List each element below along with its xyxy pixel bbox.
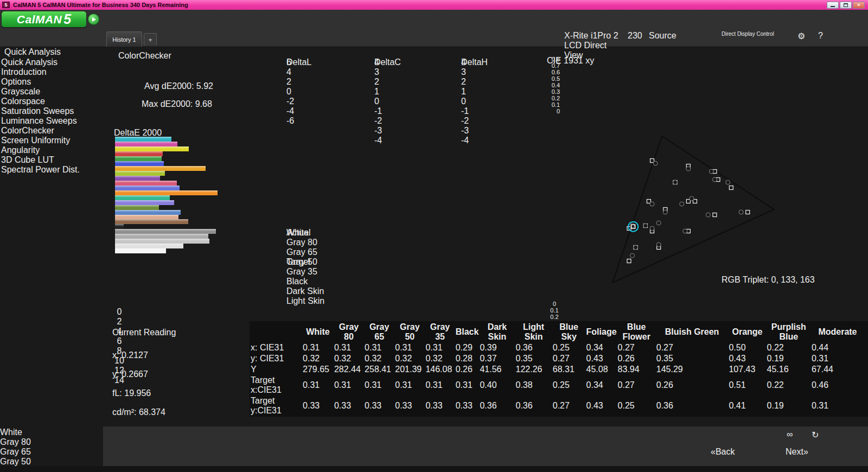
table-cell: 0.38 [516, 375, 552, 395]
sidebar-item-grayscale[interactable]: Grayscale [1, 87, 101, 97]
cie-measured-point [653, 161, 658, 165]
cie-measured-point [673, 180, 678, 184]
sidebar-item-colorchecker[interactable]: ColorChecker [1, 126, 101, 136]
logo-arrow-button[interactable] [88, 14, 99, 25]
col-header-orange: Orange [729, 322, 765, 342]
deltac-chart: DeltaC 43210-1-2-3-4 [374, 58, 447, 237]
table-cell: 0.27 [618, 343, 655, 353]
table-cell: 0.37 [480, 354, 514, 363]
results-table: WhiteGray 80Gray 65Gray 50Gray 35BlackDa… [250, 321, 865, 417]
table-cell: 0.27 [618, 375, 655, 395]
play-button[interactable] [737, 430, 758, 444]
chevron-right-icon: » [803, 447, 808, 456]
table-corner [251, 322, 302, 342]
bookmark-button[interactable] [762, 430, 783, 444]
cie-target-point [729, 186, 733, 190]
main-content: ColorChecker Avg dE2000: 5.92 Max dE2000… [103, 30, 868, 426]
sidebar-item-introduction[interactable]: Introduction [1, 67, 101, 77]
bar-red [115, 151, 163, 156]
table-cell: 68.31 [553, 365, 585, 374]
sidebar-item-spectral-power-dist[interactable]: Spectral Power Dist. [1, 165, 101, 175]
refresh-icon: ↻ [812, 430, 819, 439]
col-header-blue-sky: Blue Sky [553, 322, 585, 342]
close-button[interactable]: × [853, 2, 865, 9]
table-cell: 0.46 [812, 375, 864, 395]
sidebar-item-saturation-sweeps[interactable]: Saturation Sweeps [1, 106, 101, 116]
col-header-gray-80: Gray 80 [334, 322, 363, 342]
continuous-button[interactable]: ∞ [787, 430, 808, 444]
col-header-gray-65: Gray 65 [365, 322, 394, 342]
gamut-triangle [612, 136, 774, 283]
table-cell: 0.28 [456, 354, 479, 363]
refresh-button[interactable]: ↻ [812, 430, 833, 444]
table-cell: 0.27 [553, 396, 585, 416]
table-cell: 0.31 [395, 343, 424, 353]
titlebar: 5 CalMAN 5 CalMAN Ultimate for Business … [0, 0, 868, 10]
table-cell: 0.36 [516, 343, 552, 353]
sidebar: Quick Analysis Quick Analysis Introducti… [0, 30, 103, 467]
table-cell: 0.31 [365, 343, 394, 353]
maximize-button[interactable] [840, 2, 852, 9]
table-scrollbar[interactable] [250, 417, 868, 424]
bar-blue-sky [115, 210, 181, 215]
cie-measured-point [650, 226, 654, 231]
bar-gray-35 [115, 229, 216, 234]
table-cell: 45.08 [586, 365, 617, 374]
sidebar-item-angularity[interactable]: Angularity [1, 145, 101, 155]
table-cell: 0.36 [480, 396, 514, 416]
bar-white [115, 248, 166, 253]
table-cell: 0.32 [303, 354, 333, 363]
cie-measured-point [706, 213, 710, 217]
table-cell: 0.50 [729, 343, 765, 353]
cie-target-point [627, 259, 631, 263]
table-cell: 0.31 [395, 375, 424, 395]
sidebar-tree-items: IntroductionOptionsGrayscaleColorspaceSa… [1, 67, 101, 175]
cie-measured-point [683, 229, 687, 233]
minimize-button[interactable] [827, 2, 839, 9]
cie-measured-point [690, 196, 694, 201]
cie-measured-point [630, 253, 635, 258]
table-cell: 0.26 [656, 375, 728, 395]
table-cell: 0.32 [395, 354, 424, 363]
next-label: Next [786, 447, 803, 456]
deltal-bar [301, 65, 359, 133]
col-header-gray-50: Gray 50 [395, 322, 424, 342]
deltae-plot [115, 137, 273, 305]
table-row: Y279.65282.44258.41201.39146.080.2641.56… [251, 365, 864, 374]
max-de2000: Max dE2000: 9.68 [142, 99, 212, 109]
stop-button[interactable] [712, 430, 733, 444]
swatch-label-gray-50: Gray 50 [286, 257, 540, 267]
table-row: x: CIE310.310.310.310.310.310.290.390.36… [251, 343, 864, 353]
sidebar-item-colorspace[interactable]: Colorspace [1, 97, 101, 106]
deltal-chart: DeltaL 6420-2-4-6 [286, 58, 360, 237]
bar-moderate-red [115, 181, 177, 186]
swatch-label-light-skin: Light Skin [286, 296, 540, 306]
bar-gray-80 [115, 244, 183, 248]
sidebar-section-label: Quick Analysis [4, 47, 61, 57]
table-cell: 0.31 [456, 375, 479, 395]
cie-measured-point [680, 202, 684, 206]
swatch-scrollbar[interactable] [286, 309, 540, 316]
sidebar-root-quick-analysis[interactable]: Quick Analysis [1, 58, 101, 67]
sidebar-item-3d-cube-lut[interactable]: 3D Cube LUT [1, 155, 101, 165]
table-cell: 279.65 [303, 365, 333, 374]
cie-measured-point [712, 177, 717, 182]
horizontal-scrollbar[interactable] [103, 459, 868, 466]
table-cell: 0.27 [656, 343, 728, 353]
table-cell: 0.31 [425, 343, 454, 353]
table-cell: 0.43 [586, 396, 617, 416]
table-cell: 67.44 [812, 365, 864, 374]
sidebar-item-screen-uniformity[interactable]: Screen Uniformity [1, 136, 101, 145]
table-cell: 0.35 [656, 354, 728, 363]
table-cell: 0.25 [618, 396, 655, 416]
col-header-light-skin: Light Skin [516, 322, 552, 342]
col-header-moderate: Moderate [812, 322, 864, 342]
table-cell: 0.35 [516, 354, 552, 363]
cie-measured-point [656, 221, 661, 225]
table-cell: 0.31 [334, 375, 363, 395]
deltae-ticks: 02468101214 [114, 307, 275, 315]
sidebar-item-luminance-sweeps[interactable]: Luminance Sweeps [1, 116, 101, 126]
cie-measured-point [630, 224, 635, 228]
bar-cyan [115, 137, 171, 142]
sidebar-item-options[interactable]: Options [1, 77, 101, 87]
